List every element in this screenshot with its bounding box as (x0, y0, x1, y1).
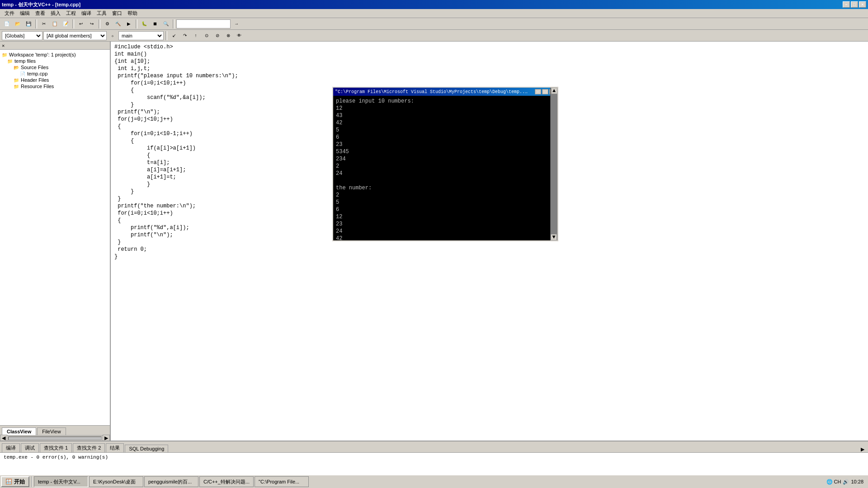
new-file-btn[interactable]: 📄 (2, 19, 12, 29)
console-line: 5345 (336, 148, 555, 155)
fileview-tab[interactable]: FileView (37, 427, 66, 435)
watch-btn[interactable]: 👁 (234, 31, 244, 41)
tab-sql[interactable]: SQL Debugging (125, 445, 168, 452)
step-out-btn[interactable]: ↑ (191, 31, 201, 41)
console-line: 12 (336, 213, 555, 221)
tree-resource-files[interactable]: 📁 Resource Files (0, 83, 110, 89)
menu-view[interactable]: 查看 (33, 9, 48, 18)
search-btn[interactable]: 🔍 (161, 19, 171, 29)
menu-window[interactable]: 窗口 (109, 9, 125, 18)
menu-edit[interactable]: 编辑 (17, 9, 33, 18)
globals-dropdown[interactable]: [Globals] (2, 31, 42, 40)
console-scrollbar[interactable]: ▲ ▼ (550, 88, 557, 240)
console-line: 6 (336, 206, 555, 213)
sep5 (173, 19, 175, 28)
redo-btn[interactable]: ↪ (87, 19, 97, 29)
copy-btn[interactable]: 📋 (50, 19, 60, 29)
tree-source-files[interactable]: 📂 Source Files (0, 64, 110, 70)
tab-find2[interactable]: 查找文件 2 (73, 443, 105, 452)
menu-file[interactable]: 文件 (2, 9, 17, 18)
taskbar-btn-3[interactable]: C/C++_特解决问题... (199, 476, 254, 487)
bottom-output: temp.exe - 0 error(s), 0 warning(s) (0, 453, 868, 477)
menu-tools[interactable]: 工具 (94, 9, 109, 18)
console-line: 23 (336, 141, 555, 148)
console-window[interactable]: "C:\Program Files\Microsoft Visual Studi… (332, 87, 558, 241)
paste-btn[interactable]: 📝 (61, 19, 71, 29)
title-bar: temp - 创天中文VC++ - [temp.cpp] − □ × (0, 0, 868, 9)
step-over-btn[interactable]: ↷ (180, 31, 190, 41)
scroll-right-btn[interactable]: ▶ (103, 435, 110, 441)
scroll-up-btn[interactable]: ▲ (551, 88, 557, 94)
console-output: please input 10 numbers:1243425623534523… (333, 96, 557, 240)
code-editor[interactable]: #include <stdio.h>int main(){int a[10]; … (111, 42, 868, 441)
members-dropdown[interactable]: [All global members] (43, 31, 107, 40)
clear-breakpoint-btn[interactable]: ⊘ (212, 31, 222, 41)
tree-workspace[interactable]: 📁 Workspace 'temp': 1 project(s) (0, 52, 110, 58)
scroll-left-btn[interactable]: ◀ (0, 435, 7, 441)
step-into-btn[interactable]: ↙ (169, 31, 179, 41)
console-line: 23 (336, 221, 555, 228)
undo-btn[interactable]: ↩ (76, 19, 86, 29)
open-btn[interactable]: 📂 (13, 19, 23, 29)
console-line: 2 (336, 192, 555, 199)
tab-compile[interactable]: 编译 (2, 443, 20, 452)
tray-lang: 🌐 CH (826, 479, 841, 485)
toolbar-main: 📄 📂 💾 ✂ 📋 📝 ↩ ↪ ⚙ 🔨 ▶ 🐛 ⏹ 🔍 → (0, 18, 868, 30)
compile-btn[interactable]: ⚙ (102, 19, 112, 29)
save-btn[interactable]: 💾 (24, 19, 33, 29)
tab-debug[interactable]: 调试 (21, 443, 39, 452)
panel-header: × (0, 42, 110, 50)
function-dropdown[interactable]: main (118, 31, 164, 40)
scroll-down-btn[interactable]: ▼ (551, 234, 557, 240)
disable-breakpoint-btn[interactable]: ⊗ (223, 31, 233, 41)
code-line: {int a[10]; (114, 58, 864, 65)
tab-results[interactable]: 结果 (106, 443, 124, 452)
search-input[interactable] (176, 19, 231, 28)
debug-btn[interactable]: 🐛 (139, 19, 149, 29)
tree-header-files[interactable]: 📁 Header Files (0, 77, 110, 83)
project-label: temp files (14, 58, 36, 64)
classview-tab[interactable]: ClassView (2, 427, 36, 435)
console-line: 5 (336, 127, 555, 134)
console-line: 12 (336, 105, 555, 112)
taskbar-btn-1[interactable]: E:\KysonDesk\桌面 (89, 476, 143, 487)
console-title-bar: "C:\Program Files\Microsoft Visual Studi… (333, 88, 557, 96)
stop-btn[interactable]: ⏹ (150, 19, 160, 29)
h-scroll-track[interactable] (8, 436, 102, 440)
taskbar-btn-4[interactable]: "C:\Program File... (255, 476, 309, 487)
tab-find1[interactable]: 查找文件 1 (40, 443, 72, 452)
console-line: 43 (336, 112, 555, 119)
menu-compile[interactable]: 编译 (79, 9, 94, 18)
h-scrollbar[interactable]: ◀ ▶ (0, 435, 110, 441)
breakpoint-btn[interactable]: ⊙ (202, 31, 212, 41)
tray-time: 10:28 (851, 479, 863, 484)
tree-temp-cpp[interactable]: 📄 temp.cpp (0, 70, 110, 77)
temp-cpp-label: temp.cpp (27, 71, 47, 76)
expand-btn[interactable]: ▶ (859, 446, 866, 452)
close-button[interactable]: × (859, 1, 866, 8)
build-btn[interactable]: 🔨 (113, 19, 123, 29)
taskbar-btn-2[interactable]: pengguismile的百... (144, 476, 198, 487)
menu-help[interactable]: 帮助 (125, 9, 140, 18)
workspace-icon: 📁 (2, 52, 7, 57)
start-button[interactable]: 🪟 开始 (1, 476, 29, 487)
sep2 (72, 19, 74, 28)
file-tree[interactable]: 📁 Workspace 'temp': 1 project(s) 📁 temp … (0, 50, 110, 425)
toolbar-nav: [Globals] [All global members] ⬦ main ↙ … (0, 30, 868, 42)
console-minimize-btn[interactable]: − (535, 89, 541, 94)
resource-files-label: Resource Files (21, 84, 54, 89)
run-btn[interactable]: ▶ (124, 19, 134, 29)
menu-project[interactable]: 工程 (63, 9, 79, 18)
cut-btn[interactable]: ✂ (39, 19, 49, 29)
console-maximize-btn[interactable]: □ (542, 89, 548, 94)
menu-insert[interactable]: 插入 (48, 9, 63, 18)
console-line (336, 177, 555, 184)
console-line: 42 (336, 119, 555, 127)
code-line: #include <stdio.h> (114, 43, 864, 51)
maximize-button[interactable]: □ (851, 1, 858, 8)
bottom-panel: 编译 调试 查找文件 1 查找文件 2 结果 SQL Debugging ▶ t… (0, 441, 868, 477)
taskbar-btn-0[interactable]: temp - 创天中文V... (34, 476, 88, 487)
minimize-button[interactable]: − (843, 1, 850, 8)
tree-project[interactable]: 📁 temp files (0, 58, 110, 64)
goto-btn[interactable]: → (231, 19, 241, 29)
